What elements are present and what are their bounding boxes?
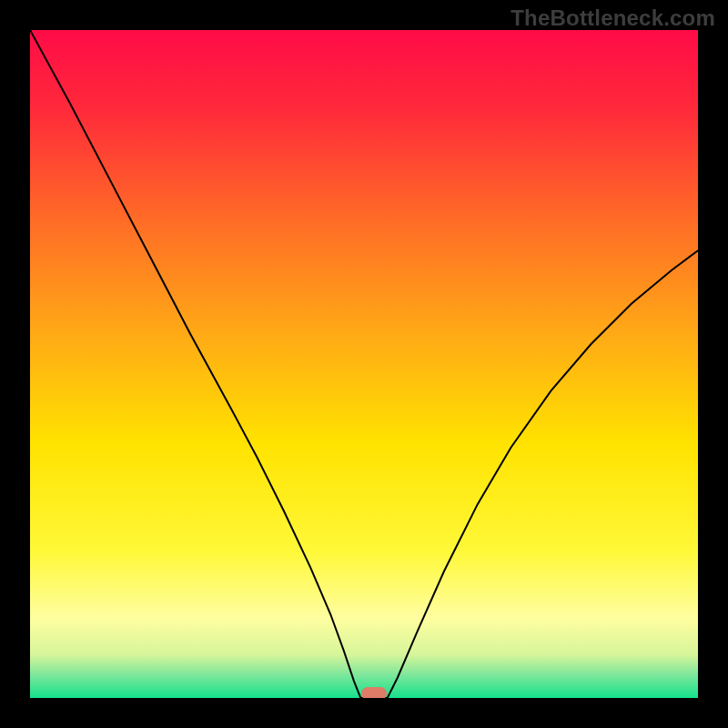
optimal-marker <box>361 687 387 698</box>
curve-path <box>30 30 698 698</box>
chart-frame: TheBottleneck.com <box>0 0 728 728</box>
watermark-text: TheBottleneck.com <box>511 5 715 31</box>
plot-area <box>30 30 698 698</box>
bottleneck-curve <box>30 30 698 698</box>
